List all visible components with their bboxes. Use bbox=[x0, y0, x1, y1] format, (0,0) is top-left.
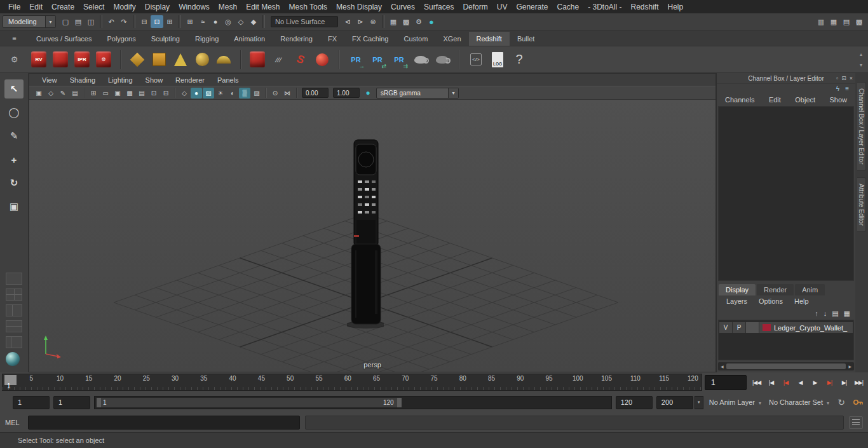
render-settings-icon[interactable]: ⚙ bbox=[412, 15, 425, 28]
snap-surface-icon[interactable]: ◆ bbox=[247, 15, 260, 28]
save-scene-icon[interactable]: ◫ bbox=[85, 15, 97, 28]
cb-menu-show[interactable]: Show bbox=[829, 96, 847, 104]
menu-cache[interactable]: Cache bbox=[552, 1, 583, 13]
popout-icon[interactable]: ⊡ bbox=[841, 75, 846, 81]
anim-layer-select[interactable]: No Anim Layer bbox=[707, 398, 763, 406]
layer-menu-layers[interactable]: Layers bbox=[721, 297, 753, 305]
wireframe-icon[interactable]: ◇ bbox=[179, 88, 190, 98]
rs-render-icon[interactable] bbox=[50, 49, 71, 71]
layer-menu-options[interactable]: Options bbox=[753, 297, 789, 305]
menu-3dtoall[interactable]: - 3DtoAll - bbox=[583, 1, 626, 13]
menu-redshift[interactable]: Redshift bbox=[627, 1, 663, 13]
shelf-tab-menu-icon[interactable]: ≡ bbox=[9, 34, 19, 43]
hscrollbar-thumb[interactable] bbox=[726, 363, 846, 369]
rs-render-view-icon[interactable]: RV bbox=[29, 49, 49, 71]
xray-icon[interactable]: ⋈ bbox=[281, 88, 293, 98]
go-to-end-button[interactable]: ▶▶| bbox=[851, 375, 866, 390]
snap-grid-icon[interactable]: ⊞ bbox=[184, 15, 196, 28]
cb-menu-channels[interactable]: Channels bbox=[725, 96, 754, 104]
vp-menu-panels[interactable]: Panels bbox=[211, 76, 245, 84]
command-line-result-field[interactable] bbox=[305, 416, 844, 430]
rs-ipr-icon[interactable]: IPR bbox=[72, 49, 92, 71]
chevron-down-icon[interactable] bbox=[695, 396, 703, 409]
rs-material-icon[interactable] bbox=[410, 49, 431, 71]
resolution-gate-icon[interactable]: ▣ bbox=[112, 88, 123, 98]
redo-icon[interactable]: ↷ bbox=[118, 15, 130, 28]
rs-proxy-export-icon[interactable] bbox=[149, 49, 169, 71]
outliner-persp-layout-button[interactable] bbox=[6, 336, 22, 348]
timeline-track[interactable]: 5101520253035404550556065707580859095100… bbox=[2, 374, 702, 391]
layer-tab-render[interactable]: Render bbox=[757, 284, 794, 295]
shelf-tab-polygons[interactable]: Polygons bbox=[99, 32, 143, 46]
menu-set-select[interactable]: Modeling bbox=[3, 15, 56, 28]
rs-render-settings-icon[interactable]: ⚙ bbox=[93, 49, 114, 71]
script-editor-icon[interactable] bbox=[849, 416, 863, 429]
menu-file[interactable]: File bbox=[4, 1, 25, 13]
render-frame-icon[interactable]: ▦ bbox=[387, 15, 400, 28]
snap-curve-icon[interactable]: ≈ bbox=[196, 15, 209, 28]
lock-camera-icon[interactable]: ◇ bbox=[45, 88, 57, 98]
close-icon[interactable]: × bbox=[850, 75, 853, 81]
textured-icon[interactable]: ▧ bbox=[203, 88, 214, 98]
menu-mesh-display[interactable]: Mesh Display bbox=[332, 1, 386, 13]
range-slider-track[interactable]: 1 120 bbox=[94, 396, 612, 409]
snap-point-icon[interactable]: ● bbox=[209, 15, 222, 28]
playback-end-field[interactable]: 120 bbox=[616, 396, 653, 409]
rs-script-icon[interactable]: </> bbox=[466, 49, 486, 71]
layer-menu-help[interactable]: Help bbox=[789, 297, 815, 305]
two-pane-side-layout-button[interactable] bbox=[6, 304, 22, 316]
vp-menu-show[interactable]: Show bbox=[139, 76, 170, 84]
new-scene-icon[interactable]: ▢ bbox=[59, 15, 72, 28]
channelbox-toggle-icon[interactable]: ▦ bbox=[827, 15, 840, 28]
display-speed-icon[interactable]: ϟ bbox=[836, 85, 839, 92]
shelf-tab-custom[interactable]: Custom bbox=[397, 32, 436, 46]
isolate-select-icon[interactable]: ⊙ bbox=[269, 88, 281, 98]
menu-mesh-tools[interactable]: Mesh Tools bbox=[285, 1, 332, 13]
open-scene-icon[interactable]: ▤ bbox=[72, 15, 85, 28]
shelf-tab-fx-caching[interactable]: FX Caching bbox=[344, 32, 396, 46]
animation-end-field[interactable]: 200 bbox=[656, 396, 693, 409]
shelf-tab-redshift[interactable]: Redshift bbox=[469, 32, 510, 46]
select-hierarchy-icon[interactable]: ⊟ bbox=[138, 15, 151, 28]
rs-volume-icon[interactable] bbox=[170, 49, 191, 71]
menu-deform[interactable]: Deform bbox=[458, 1, 492, 13]
vp-menu-view[interactable]: View bbox=[36, 76, 64, 84]
playback-options-icon[interactable]: ↻ bbox=[835, 396, 848, 409]
rs-material-blend-icon[interactable] bbox=[432, 49, 452, 71]
shelf-tab-xgen[interactable]: XGen bbox=[435, 32, 468, 46]
command-line-input[interactable] bbox=[28, 416, 300, 430]
construction-history-icon[interactable]: ⊚ bbox=[367, 15, 379, 28]
move-layer-down-icon[interactable]: ↓ bbox=[824, 309, 827, 317]
menu-surfaces[interactable]: Surfaces bbox=[419, 1, 458, 13]
menu-generate[interactable]: Generate bbox=[512, 1, 552, 13]
create-layer-from-selected-icon[interactable]: ▦ bbox=[844, 309, 850, 318]
snap-projected-center-icon[interactable]: ◎ bbox=[222, 15, 234, 28]
3d-model-ledger-wallet[interactable] bbox=[347, 139, 384, 329]
vp-menu-lighting[interactable]: Lighting bbox=[102, 76, 139, 84]
shadows-icon[interactable]: ◐ bbox=[227, 88, 238, 98]
menu-display[interactable]: Display bbox=[140, 1, 174, 13]
menu-uv[interactable]: UV bbox=[492, 1, 512, 13]
step-forward-frame-button[interactable]: ▶| bbox=[837, 375, 851, 390]
range-slider-handle[interactable]: 1 120 bbox=[97, 398, 402, 407]
cb-menu-object[interactable]: Object bbox=[795, 96, 815, 104]
menu-select[interactable]: Select bbox=[79, 1, 109, 13]
menu-edit[interactable]: Edit bbox=[25, 1, 47, 13]
character-set-select[interactable]: No Character Set bbox=[767, 398, 831, 406]
layer-name[interactable]: Ledger_Crypto_Wallet_ bbox=[774, 324, 853, 332]
rs-help-icon[interactable]: ? bbox=[509, 49, 529, 71]
tab-attribute-editor[interactable]: Attribute Editor bbox=[857, 177, 866, 232]
live-surface-field[interactable]: No Live Surface bbox=[271, 16, 338, 27]
menu-create[interactable]: Create bbox=[47, 1, 79, 13]
shelf-tab-sculpting[interactable]: Sculpting bbox=[144, 32, 187, 46]
step-forward-key-button[interactable]: ▶| bbox=[822, 375, 837, 390]
two-pane-stacked-layout-button[interactable] bbox=[6, 320, 22, 332]
rs-sun-sky-icon[interactable] bbox=[214, 49, 234, 71]
play-forwards-button[interactable]: ▶ bbox=[808, 375, 822, 390]
step-back-key-button[interactable]: |◀ bbox=[778, 375, 793, 390]
move-tool[interactable]: + bbox=[4, 150, 24, 169]
layer-row[interactable]: V P Ledger_Crypto_Wallet_ bbox=[719, 322, 853, 333]
tab-channel-box-layer-editor[interactable]: Channel Box / Layer Editor bbox=[857, 82, 866, 171]
go-to-start-button[interactable]: |◀◀ bbox=[749, 375, 764, 390]
rs-proxy-open-icon[interactable]: PR→ bbox=[346, 49, 366, 71]
